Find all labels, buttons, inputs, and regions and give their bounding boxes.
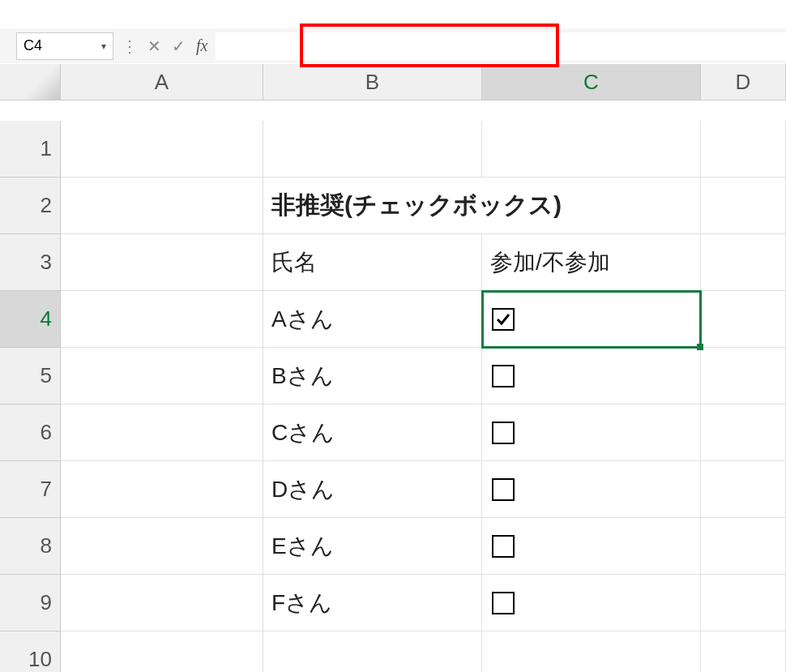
- cell-c1[interactable]: [482, 121, 701, 178]
- checkbox-control[interactable]: [492, 365, 515, 387]
- cell-b5-name[interactable]: Bさん: [263, 348, 482, 404]
- checkbox-control[interactable]: [492, 422, 515, 444]
- spreadsheet-grid: A B C D 1 2 非推奨(チェックボックス) 3 氏名 参加/不参加 4 …: [0, 64, 786, 672]
- cell-a7[interactable]: [61, 461, 263, 518]
- cell-d1[interactable]: [701, 121, 786, 178]
- cell-b4-name[interactable]: Aさん: [263, 291, 482, 348]
- cell-b9-name[interactable]: Fさん: [263, 575, 482, 631]
- checkbox-control[interactable]: [492, 535, 515, 558]
- row-header-2[interactable]: 2: [0, 178, 61, 234]
- formula-bar-icons: ⋮ ✕ ✓ fx: [120, 36, 207, 56]
- cancel-icon[interactable]: ✕: [144, 36, 164, 56]
- row-header-6[interactable]: 6: [0, 404, 61, 461]
- name-box-value: C4: [23, 37, 42, 54]
- checkbox-control[interactable]: [492, 478, 515, 501]
- cell-c4-checkbox[interactable]: [482, 291, 701, 348]
- checkbox-control[interactable]: [492, 308, 515, 331]
- cell-a6[interactable]: [61, 404, 263, 461]
- more-icon[interactable]: ⋮: [120, 36, 139, 56]
- cell-d7[interactable]: [701, 461, 786, 518]
- cell-d10[interactable]: [701, 631, 786, 672]
- row-header-3[interactable]: 3: [0, 234, 61, 291]
- cell-c5-checkbox[interactable]: [482, 348, 701, 404]
- row-header-9[interactable]: 9: [0, 575, 61, 631]
- cell-a10[interactable]: [61, 631, 263, 672]
- cell-c6-checkbox[interactable]: [482, 404, 701, 461]
- formula-bar: C4 ▾ ⋮ ✕ ✓ fx: [0, 28, 786, 64]
- cell-a5[interactable]: [61, 348, 263, 404]
- cell-d9[interactable]: [701, 575, 786, 631]
- cell-a4[interactable]: [61, 291, 263, 348]
- column-header-c[interactable]: C: [482, 64, 701, 101]
- cell-c8-checkbox[interactable]: [482, 518, 701, 575]
- cell-c9-checkbox[interactable]: [482, 575, 701, 631]
- cell-a9[interactable]: [61, 575, 263, 631]
- cell-d4[interactable]: [701, 291, 786, 348]
- cell-a2[interactable]: [61, 178, 263, 234]
- cell-c10[interactable]: [482, 631, 701, 672]
- chevron-down-icon[interactable]: ▾: [101, 41, 106, 52]
- formula-input[interactable]: [216, 32, 786, 60]
- column-header-a[interactable]: A: [61, 64, 263, 101]
- cell-b7-name[interactable]: Dさん: [263, 461, 482, 518]
- cell-b6-name[interactable]: Cさん: [263, 404, 482, 461]
- cell-b8-name[interactable]: Eさん: [263, 518, 482, 575]
- cell-d6[interactable]: [701, 404, 786, 461]
- column-header-d[interactable]: D: [701, 64, 786, 101]
- row-header-10[interactable]: 10: [0, 631, 61, 672]
- cell-a8[interactable]: [61, 518, 263, 575]
- cell-c3-header-attend[interactable]: 参加/不参加: [482, 234, 701, 291]
- row-header-1[interactable]: 1: [0, 121, 61, 178]
- cell-a1[interactable]: [61, 121, 263, 178]
- cell-b3-header-name[interactable]: 氏名: [263, 234, 482, 291]
- cell-b2-title[interactable]: 非推奨(チェックボックス): [263, 178, 701, 234]
- cell-d8[interactable]: [701, 518, 786, 575]
- cell-d2[interactable]: [701, 178, 786, 234]
- row-header-5[interactable]: 5: [0, 348, 61, 404]
- checkmark-icon: [495, 311, 511, 327]
- enter-icon[interactable]: ✓: [169, 36, 188, 56]
- row-header-4[interactable]: 4: [0, 291, 61, 348]
- cell-d5[interactable]: [701, 348, 786, 404]
- row-header-7[interactable]: 7: [0, 461, 61, 518]
- fx-label[interactable]: fx: [196, 36, 207, 55]
- row-header-8[interactable]: 8: [0, 518, 61, 575]
- name-box[interactable]: C4 ▾: [16, 32, 113, 60]
- select-all-corner[interactable]: [0, 64, 61, 101]
- cell-b10[interactable]: [263, 631, 482, 672]
- cell-d3[interactable]: [701, 234, 786, 291]
- column-header-b[interactable]: B: [263, 64, 482, 101]
- cell-b1[interactable]: [263, 121, 482, 178]
- cell-a3[interactable]: [61, 234, 263, 291]
- cell-c7-checkbox[interactable]: [482, 461, 701, 518]
- checkbox-control[interactable]: [492, 592, 515, 614]
